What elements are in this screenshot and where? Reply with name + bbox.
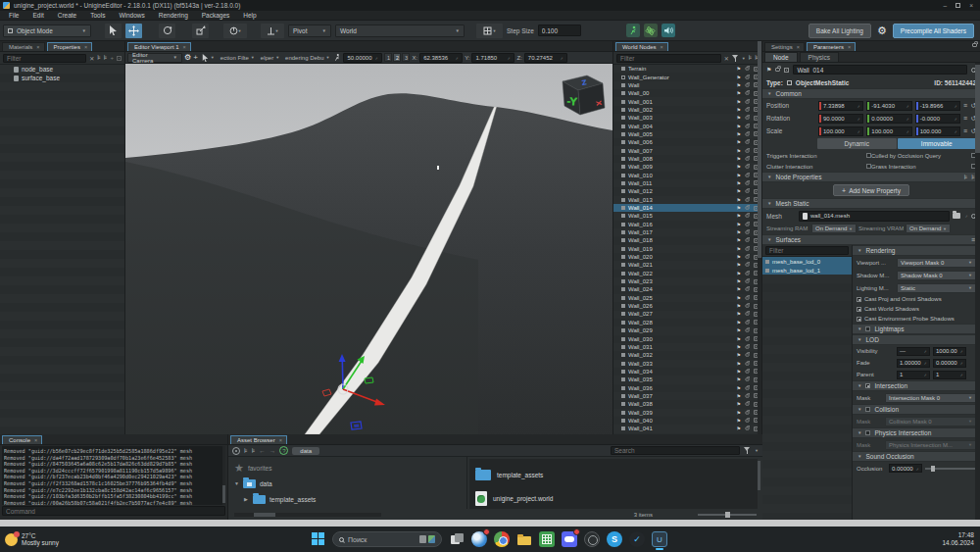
- tree-view-icon[interactable]: ⊧: [104, 55, 108, 61]
- node-enable-checkbox[interactable]: [621, 223, 625, 226]
- skype-icon[interactable]: S: [607, 531, 622, 547]
- flag-icon[interactable]: ⚑: [737, 205, 741, 211]
- flag-icon[interactable]: ⚑: [737, 271, 741, 276]
- tree-item-data[interactable]: ▼ data: [228, 476, 466, 491]
- node-row[interactable]: Wall_010 ⚑: [613, 171, 761, 178]
- close-icon[interactable]: ×: [279, 437, 282, 443]
- node-row[interactable]: Wall_016 ⚑: [613, 221, 761, 228]
- node-row[interactable]: Wall_008 ⚑: [613, 155, 761, 163]
- node-row[interactable]: Wall_038 ⚑: [613, 400, 761, 408]
- physics-simulation-icon[interactable]: [644, 24, 658, 37]
- section-node-properties[interactable]: ▼Node Properties ⊧⊧: [762, 172, 980, 182]
- node-row[interactable]: Wall_034 ⚑: [613, 368, 761, 376]
- node-row[interactable]: Wall_030 ⚑: [613, 334, 761, 342]
- node-row[interactable]: Wall_041 ⚑: [613, 425, 761, 432]
- flag-icon[interactable]: ⚑: [737, 311, 741, 317]
- pivot-dropdown[interactable]: Pivot ▼: [288, 25, 331, 37]
- lock-icon[interactable]: [746, 174, 750, 176]
- node-enable-checkbox[interactable]: [621, 149, 625, 153]
- node-enable-checkbox[interactable]: [621, 206, 625, 210]
- node-enable-checkbox[interactable]: [621, 116, 625, 120]
- visibility-max-input[interactable]: 1000.00: [933, 347, 966, 356]
- camera-dropdown[interactable]: Editor Camera▼: [127, 53, 182, 63]
- section-surfaces[interactable]: ▼Surfaces ≡: [762, 234, 980, 245]
- collision-mask-dropdown[interactable]: Collision Mask 0▼: [885, 417, 976, 427]
- lock-icon[interactable]: [746, 411, 750, 414]
- files-scrollbar[interactable]: [758, 459, 760, 509]
- menu-item[interactable]: Packages: [195, 12, 237, 19]
- lock-icon[interactable]: [746, 125, 750, 127]
- asset-file-list[interactable]: template_assets unigine_project.world: [469, 459, 760, 509]
- file-item-world[interactable]: unigine_project.world: [475, 486, 755, 509]
- node-row[interactable]: Wall_032 ⚑: [613, 351, 761, 359]
- node-enable-checkbox[interactable]: [621, 362, 625, 366]
- flag-icon[interactable]: ⚑: [737, 173, 741, 178]
- tab-world-nodes[interactable]: World Nodes×: [615, 42, 668, 51]
- checkbox-row[interactable]: Grass Interaction: [871, 162, 976, 171]
- node-row[interactable]: Wall_024 ⚑: [613, 285, 761, 293]
- filter-funnel-icon[interactable]: [732, 55, 739, 62]
- node-enable-checkbox[interactable]: [621, 386, 625, 390]
- flag-icon[interactable]: ⚑: [737, 295, 741, 301]
- flag-icon[interactable]: ⚑: [737, 124, 741, 129]
- step-size-input[interactable]: [538, 25, 581, 36]
- flag-icon[interactable]: ⚑: [737, 344, 741, 350]
- snap-rotation-tool-button[interactable]: ▼: [223, 24, 247, 38]
- node-enable-checkbox[interactable]: [621, 108, 625, 112]
- snap-grid-button[interactable]: ▼: [476, 24, 503, 38]
- menu-item[interactable]: Create: [51, 12, 84, 19]
- node-enable-checkbox[interactable]: [621, 328, 625, 332]
- lock-icon[interactable]: [746, 427, 750, 430]
- node-row[interactable]: Wall_031 ⚑: [613, 343, 761, 351]
- checkbox-row[interactable]: Culled by Occlusion Query: [871, 151, 976, 160]
- tree-item-favorites[interactable]: ★ favorites: [228, 460, 466, 476]
- start-button[interactable]: [312, 532, 325, 546]
- close-icon[interactable]: ×: [183, 44, 186, 50]
- console-scrollbar[interactable]: [222, 446, 225, 505]
- property-item[interactable]: surface_base: [0, 74, 124, 82]
- clear-filter-icon[interactable]: ✕: [89, 55, 94, 62]
- select-icon[interactable]: [784, 68, 789, 73]
- flag-icon[interactable]: ⚑: [737, 107, 741, 113]
- lock-icon[interactable]: [746, 206, 750, 209]
- flag-icon[interactable]: ⚑: [737, 237, 741, 243]
- lock-icon[interactable]: [746, 386, 750, 389]
- speed-preset-button[interactable]: 1: [384, 53, 392, 62]
- intersection-mask-dropdown[interactable]: Intersection Mask 0▼: [885, 393, 976, 403]
- checkbox-row[interactable]: Cast World Shadows: [853, 304, 980, 314]
- lightmaps-checkbox[interactable]: [865, 326, 870, 331]
- flag-icon[interactable]: ⚑: [737, 320, 741, 326]
- flag-icon[interactable]: ⚑: [737, 197, 741, 203]
- flag-icon[interactable]: ⚑: [737, 164, 741, 170]
- node-enable-checkbox[interactable]: [621, 157, 625, 161]
- lock-icon[interactable]: [746, 255, 750, 258]
- section-sound-occlusion[interactable]: ▼Sound Occlusion: [853, 451, 980, 462]
- camera-settings-gear-icon[interactable]: ⚙: [184, 52, 191, 63]
- flag-icon[interactable]: ⚑: [737, 303, 741, 309]
- lighting-mode-dropdown[interactable]: Static▼: [897, 283, 976, 293]
- unigine-editor-taskbar-icon[interactable]: U: [652, 531, 667, 547]
- checkbox-row[interactable]: Triggers Interaction: [766, 151, 871, 160]
- viewport-3d-canvas[interactable]: -Y Z X: [125, 64, 612, 434]
- camera-z-coordinate[interactable]: Z: 70.27452: [516, 53, 566, 63]
- weather-widget[interactable]: 27°C Mostly sunny: [0, 532, 118, 547]
- help-icon[interactable]: ?: [279, 446, 288, 455]
- list-view-icon[interactable]: ⊧: [97, 55, 101, 61]
- lock-icon[interactable]: [746, 149, 750, 152]
- section-rendering[interactable]: ▼Rendering: [853, 245, 980, 256]
- console-log[interactable]: Removed "guid://b56e07cb29ec8f71de325b5d…: [2, 446, 225, 505]
- checkbox[interactable]: [857, 307, 861, 312]
- selection-filter-dropdown[interactable]: ection Filte▼: [219, 55, 257, 61]
- flag-icon[interactable]: ⚑: [737, 139, 741, 145]
- flag-icon[interactable]: ⚑: [737, 352, 741, 358]
- add-new-property-button[interactable]: +Add New Property: [833, 184, 909, 196]
- lock-icon[interactable]: [746, 92, 750, 95]
- flag-icon[interactable]: ⚑: [737, 393, 741, 399]
- occlusion-slider[interactable]: [925, 468, 976, 470]
- camera-y-coordinate[interactable]: Y: 1.71850: [465, 53, 514, 63]
- node-enable-checkbox[interactable]: [621, 91, 625, 95]
- lock-icon[interactable]: [746, 313, 750, 316]
- flag-icon[interactable]: ⚑: [737, 336, 741, 342]
- lock-icon[interactable]: [746, 272, 750, 275]
- properties-filter-input[interactable]: [3, 54, 86, 63]
